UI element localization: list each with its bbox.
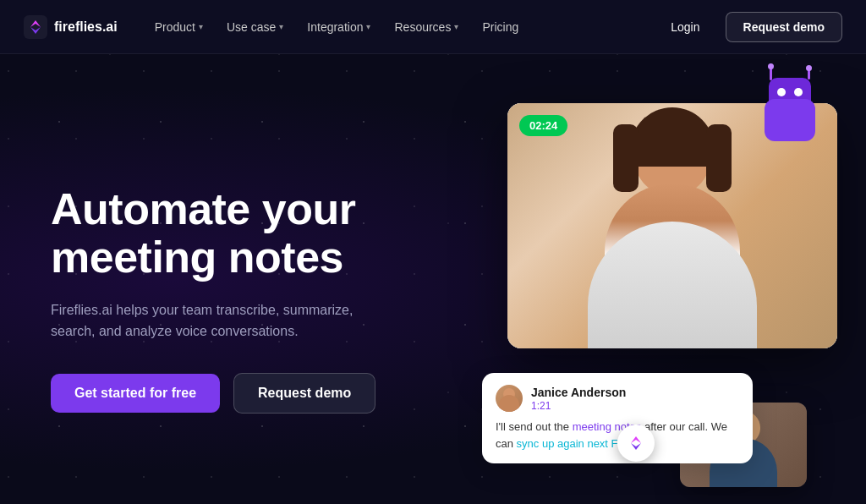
chat-bubble: Janice Anderson 1:21 I'll send out the m… <box>482 373 753 463</box>
nav-links: Product ▾ Use case ▾ Integration ▾ Resou… <box>145 14 656 41</box>
request-demo-nav-button[interactable]: Request demo <box>726 12 842 42</box>
login-button[interactable]: Login <box>655 14 715 41</box>
robot-eye-right <box>794 88 803 96</box>
hero-section: Automate your meeting notes Fireflies.ai… <box>0 54 866 504</box>
video-body-visual <box>588 222 757 348</box>
robot-antenna-ball-right <box>806 65 812 71</box>
hero-visual: 02:24 Janice Anderson 1:21 I'll send out… <box>457 95 815 504</box>
hero-buttons: Get started for free Request demo <box>51 373 457 414</box>
navbar: fireflies.ai Product ▾ Use case ▾ Integr… <box>0 0 866 54</box>
nav-use-case[interactable]: Use case ▾ <box>216 14 293 41</box>
chat-text-plain: I'll send out the <box>496 420 573 433</box>
chat-avatar <box>496 385 523 412</box>
nav-product[interactable]: Product ▾ <box>145 14 213 41</box>
chat-time: 1:21 <box>531 400 626 412</box>
chevron-down-icon: ▾ <box>279 22 283 31</box>
robot-eye-left <box>777 88 786 96</box>
robot-antenna-ball-left <box>768 63 774 69</box>
center-logo-badge <box>617 425 655 462</box>
nav-actions: Login Request demo <box>655 12 842 42</box>
chat-header: Janice Anderson 1:21 <box>496 385 739 412</box>
chevron-down-icon: ▾ <box>454 22 458 31</box>
center-logo-icon <box>626 433 646 453</box>
nav-resources[interactable]: Resources ▾ <box>384 14 469 41</box>
logo[interactable]: fireflies.ai <box>24 15 118 39</box>
chevron-down-icon: ▾ <box>366 22 370 31</box>
svg-rect-0 <box>24 15 47 39</box>
hero-subtitle: Fireflies.ai helps your team transcribe,… <box>51 299 372 342</box>
chat-info: Janice Anderson 1:21 <box>531 386 626 412</box>
robot-mascot <box>756 78 824 145</box>
robot-body <box>765 99 815 141</box>
request-demo-hero-button[interactable]: Request demo <box>233 373 375 414</box>
brand-name: fireflies.ai <box>54 19 118 35</box>
nav-integration[interactable]: Integration ▾ <box>297 14 381 41</box>
timer-badge: 02:24 <box>519 115 567 136</box>
chat-name: Janice Anderson <box>531 386 626 399</box>
hero-content: Automate your meeting notes Fireflies.ai… <box>51 185 457 414</box>
get-started-button[interactable]: Get started for free <box>51 374 220 413</box>
nav-pricing[interactable]: Pricing <box>472 14 529 41</box>
hero-title: Automate your meeting notes <box>51 185 457 282</box>
logo-icon <box>24 15 47 39</box>
chevron-down-icon: ▾ <box>199 22 203 31</box>
video-hair-visual <box>630 107 715 167</box>
